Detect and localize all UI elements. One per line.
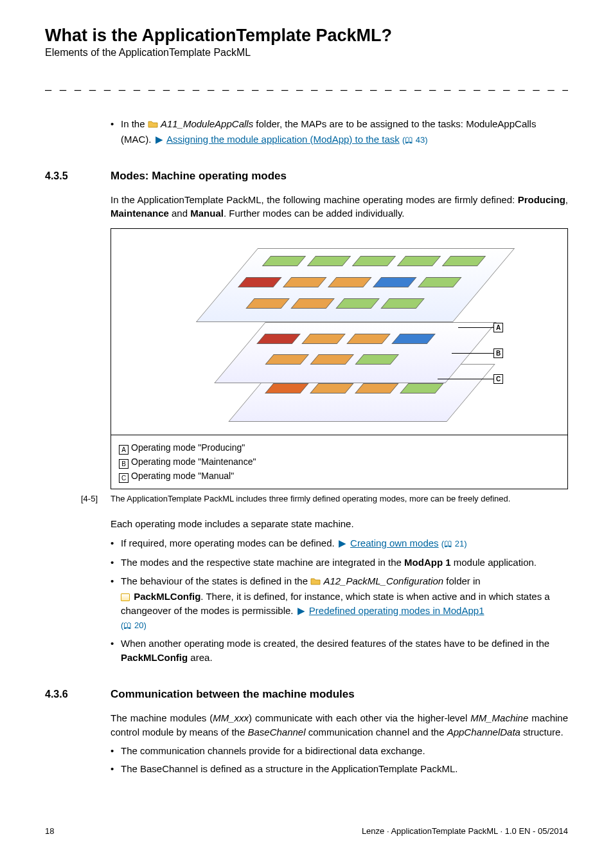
- config-icon: [121, 593, 130, 601]
- link-assign-modapp[interactable]: Assigning the module application (ModApp…: [166, 134, 400, 145]
- page-ref: (🕮 21): [441, 539, 467, 548]
- folder-name: A11_ModuleAppCalls: [161, 118, 253, 129]
- list-item: When another operating mode is created, …: [111, 637, 568, 665]
- page-ref: (🕮 20): [121, 620, 147, 630]
- marker-a: A: [493, 323, 503, 332]
- text: In the: [121, 118, 148, 129]
- link-predefined-modes[interactable]: Predefined operating modes in ModApp1: [309, 605, 484, 616]
- intro-bullet: In the A11_ModuleAppCalls folder, the MA…: [111, 117, 568, 147]
- marker-b: B: [493, 348, 503, 358]
- list-item: The BaseChannel is defined as a structur…: [111, 762, 568, 776]
- section-number: 4.3.5: [45, 170, 111, 182]
- figure-legend: AOperating mode "Producing" BOperating m…: [111, 435, 567, 489]
- folder-icon: [310, 575, 321, 590]
- arrow-icon: ▶: [298, 604, 305, 618]
- legend-c: Operating mode "Manual": [131, 471, 234, 481]
- list-item: The communication channels provide for a…: [111, 744, 568, 758]
- footer-right: Lenze · ApplicationTemplate PackML · 1.0…: [362, 826, 568, 836]
- page-number: 18: [45, 826, 54, 836]
- paragraph: The machine modules (MM_xxx) communicate…: [111, 711, 568, 739]
- arrow-icon: ▶: [155, 132, 163, 147]
- section-heading: Communication between the machine module…: [111, 688, 355, 701]
- figure-4-5: A B C AOperating mode "Producing" BOpera…: [111, 228, 568, 489]
- paragraph: In the ApplicationTemplate PackML, the f…: [111, 193, 568, 221]
- page-footer: 18 Lenze · ApplicationTemplate PackML · …: [45, 826, 568, 836]
- section-number: 4.3.6: [45, 689, 111, 700]
- list-item: The behaviour of the states is defined i…: [111, 574, 568, 631]
- section-436-head: 4.3.6 Communication between the machine …: [45, 688, 568, 701]
- list-item: If required, more operating modes can be…: [111, 536, 568, 550]
- figure-caption-row: [4-5] The ApplicationTemplate PackML inc…: [111, 493, 568, 505]
- legend-a: Operating mode "Producing": [131, 442, 245, 453]
- page-ref: (🕮 43): [402, 135, 428, 145]
- section-435-head: 4.3.5 Modes: Machine operating modes: [45, 170, 568, 183]
- link-creating-own-modes[interactable]: Creating own modes: [350, 538, 439, 548]
- body: In the A11_ModuleAppCalls folder, the MA…: [45, 117, 568, 147]
- arrow-icon: ▶: [339, 536, 346, 550]
- divider-dashes: _ _ _ _ _ _ _ _ _ _ _ _ _ _ _ _ _ _ _ _ …: [45, 78, 568, 91]
- folder-icon: [148, 118, 158, 132]
- legend-b: Operating mode "Maintenance": [131, 457, 256, 467]
- section-436-body: The machine modules (MM_xxx) communicate…: [45, 711, 568, 776]
- paragraph: Each operating mode includes a separate …: [111, 517, 568, 531]
- page-title: What is the ApplicationTemplate PackML?: [45, 26, 568, 46]
- figure-image: A B C: [111, 229, 567, 435]
- page-subtitle: Elements of the ApplicationTemplate Pack…: [45, 47, 568, 59]
- page: What is the ApplicationTemplate PackML? …: [0, 0, 613, 868]
- marker-c: C: [493, 374, 503, 384]
- section-435-body: In the ApplicationTemplate PackML, the f…: [45, 193, 568, 665]
- figure-number: [4-5]: [45, 493, 111, 505]
- list-item: The modes and the respective state machi…: [111, 556, 568, 570]
- figure-caption: The ApplicationTemplate PackML includes …: [111, 493, 568, 505]
- section-heading: Modes: Machine operating modes: [111, 170, 287, 183]
